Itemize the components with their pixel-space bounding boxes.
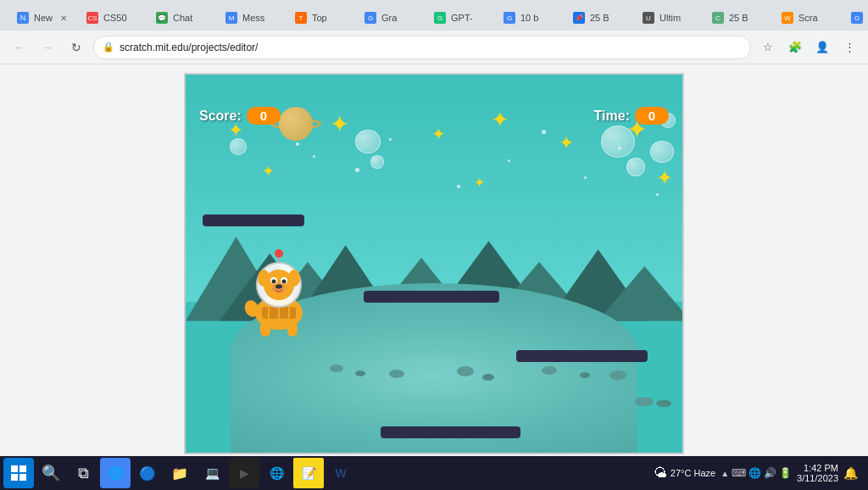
menu-button[interactable]: ⋮ [837,36,861,59]
url-text: scratch.mit.edu/projects/editor/ [120,42,258,53]
svg-rect-35 [11,474,18,481]
svg-point-32 [275,285,282,289]
tab-ultim[interactable]: U Ultim [632,5,700,31]
score-label: Score: [199,109,242,124]
dot-5 [457,185,460,188]
bubble-5 [626,158,645,176]
battery-icon[interactable]: 🔋 [779,467,792,479]
dot-7 [542,130,546,134]
tab-apps[interactable]: G apps [841,5,868,31]
tab-mess[interactable]: M Mess [215,5,283,31]
tab-chat[interactable]: 💬 Chat [146,5,214,31]
volume-icon[interactable]: 🔊 [764,467,776,479]
bubble-4 [601,125,635,158]
time-label: Time: [594,109,630,124]
tab-icon-top: T [295,12,307,24]
tab-icon-cs: CS [86,12,98,24]
taskbar-sticky[interactable]: 📝 [293,458,324,488]
tab-cs[interactable]: CS CS50 [76,5,144,31]
taskbar-edge[interactable]: 🔵 [132,458,163,488]
profile-button[interactable]: 👤 [810,36,834,59]
platform-middle [364,291,499,303]
clock: 1:42 PM 3/11/2023 [797,463,838,483]
svg-rect-13 [260,321,270,337]
tab-scra[interactable]: W Scra [771,5,839,31]
refresh-button[interactable]: ↻ [64,36,88,59]
fullscreen-button[interactable]: ⛶ [660,64,684,66]
dot-1 [296,142,299,146]
taskbar-word[interactable]: W [326,458,356,488]
rock-5 [609,370,626,380]
network-icon[interactable]: 🌐 [748,467,761,479]
dot-10 [656,193,659,196]
bookmark-button[interactable]: ☆ [756,36,780,59]
scratch-editor-area: ⛶ ✦ ✦ ✦ ✦ ✦ [184,73,684,454]
rock-1 [457,366,474,376]
time-box: Time: 0 [594,107,669,125]
time-value: 0 [635,107,669,125]
address-actions: ☆ 🧩 👤 ⋮ [756,36,861,59]
tab-icon-gpt: G [434,12,446,24]
svg-rect-14 [287,321,298,337]
tab-gra[interactable]: G Gra [354,5,422,31]
bubble-6 [650,141,674,163]
bubble-2 [355,130,381,153]
main-content: ⛶ ✦ ✦ ✦ ✦ ✦ [0,64,868,456]
weather-text: 27°C Haze [670,468,715,478]
score-box: Score: 0 [199,107,281,125]
taskbar-apps: 🌐 🔵 📁 💻 ▶ 🌐 📝 W [100,458,652,488]
svg-point-30 [282,280,287,284]
url-bar[interactable]: 🔒 scratch.mit.edu/projects/editor/ [93,36,751,59]
tab-icon-10b: G [504,12,515,24]
back-button[interactable]: ← [7,36,31,59]
hud: Score: 0 Time: 0 [186,107,682,125]
tab-icon-new: N [17,12,29,24]
weather-icon: 🌤 [654,465,667,481]
tab-icon-25b2: C [712,12,724,24]
rock-6 [330,365,343,372]
up-arrow-icon[interactable]: ▲ [721,469,729,478]
lock-icon: 🔒 [103,42,114,53]
star-3: ✦ [431,125,446,142]
game-canvas: ✦ ✦ ✦ ✦ ✦ ✦ ✦ ✦ ✦ [184,73,684,454]
tab-25b1[interactable]: 📌 25 B [563,5,631,31]
bubble-3 [370,155,384,169]
dot-2 [313,155,315,158]
taskbar-chrome2[interactable]: 🌐 [261,458,292,488]
svg-rect-33 [11,465,18,472]
rock-2 [482,374,494,381]
tab-top[interactable]: T Top [285,5,353,31]
dog-svg [236,241,321,342]
extensions-button[interactable]: 🧩 [783,36,807,59]
system-tray: 🌤 27°C Haze ▲ ⌨ 🌐 🔊 🔋 1:42 PM 3/11/2023 … [654,463,865,483]
platform-top-left [203,214,304,226]
task-view-button[interactable]: ⧉ [68,458,98,488]
tab-icon-apps: G [851,12,863,24]
tab-10b[interactable]: G 10 b [493,5,561,31]
rock-8 [389,370,404,378]
tab-close-new[interactable]: ✕ [58,12,70,24]
star-7: ✦ [262,164,275,179]
rock-bottom-2 [656,400,671,407]
search-button[interactable]: 🔍 [36,458,66,488]
tab-gpt[interactable]: G GPT- [424,5,492,31]
taskbar-vscode[interactable]: 💻 [197,458,227,488]
rock-4 [580,372,590,378]
forward-button[interactable]: → [36,36,59,59]
tab-25b2[interactable]: C 25 B [702,5,770,31]
bubble-1 [230,138,247,155]
svg-rect-34 [19,465,26,472]
tab-icon-gra: G [364,12,376,24]
taskbar-chrome[interactable]: 🌐 [100,458,131,488]
taskbar: 🔍 ⧉ 🌐 🔵 📁 💻 ▶ 🌐 📝 W 🌤 27°C Haze ▲ ⌨ 🌐 🔊 [0,456,868,490]
keyboard-icon[interactable]: ⌨ [732,467,746,479]
star-5: ✦ [559,134,574,153]
start-button[interactable] [3,458,34,488]
svg-rect-36 [19,474,26,481]
date-display: 3/11/2023 [797,473,838,483]
windows-icon [11,465,26,481]
notification-button[interactable]: 🔔 [843,466,858,480]
tab-new[interactable]: N New ✕ [7,5,75,31]
taskbar-files[interactable]: 📁 [164,458,195,488]
taskbar-terminal[interactable]: ▶ [229,458,259,488]
